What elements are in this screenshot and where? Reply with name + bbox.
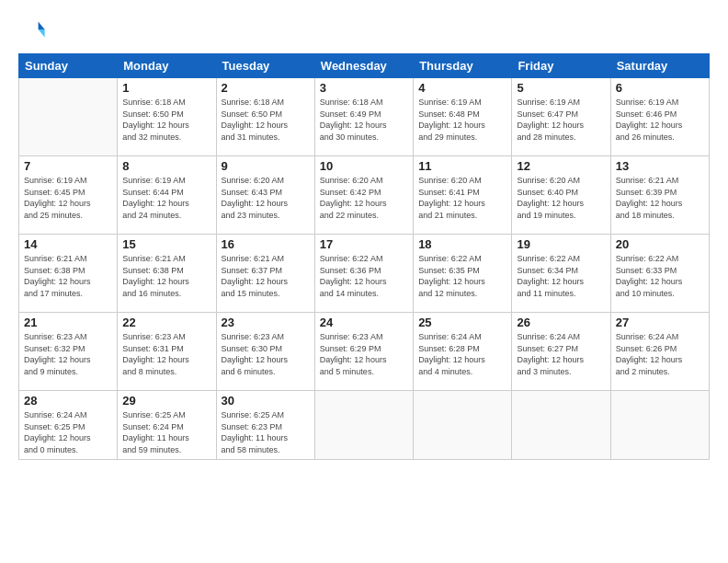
day-info: Sunrise: 6:18 AM Sunset: 6:50 PM Dayligh…: [222, 97, 310, 143]
calendar-cell: 12Sunrise: 6:20 AM Sunset: 6:40 PM Dayli…: [512, 156, 610, 235]
calendar-cell: 15Sunrise: 6:21 AM Sunset: 6:38 PM Dayli…: [118, 235, 216, 313]
calendar-cell: 14Sunrise: 6:21 AM Sunset: 6:38 PM Dayli…: [19, 235, 118, 313]
calendar-cell: [610, 391, 709, 460]
day-info: Sunrise: 6:20 AM Sunset: 6:40 PM Dayligh…: [517, 175, 605, 221]
day-number: 29: [122, 394, 210, 408]
calendar-cell: 18Sunrise: 6:22 AM Sunset: 6:35 PM Dayli…: [414, 235, 512, 313]
calendar-cell: 26Sunrise: 6:24 AM Sunset: 6:27 PM Dayli…: [512, 313, 610, 391]
calendar-cell: 30Sunrise: 6:25 AM Sunset: 6:23 PM Dayli…: [216, 391, 314, 460]
calendar-cell: 8Sunrise: 6:19 AM Sunset: 6:44 PM Daylig…: [118, 156, 216, 235]
day-info: Sunrise: 6:24 AM Sunset: 6:27 PM Dayligh…: [517, 331, 605, 377]
day-number: 12: [517, 159, 605, 173]
day-number: 23: [222, 316, 310, 329]
day-number: 18: [418, 237, 506, 251]
day-info: Sunrise: 6:20 AM Sunset: 6:41 PM Dayligh…: [418, 175, 506, 221]
calendar-cell: 27Sunrise: 6:24 AM Sunset: 6:26 PM Dayli…: [610, 313, 709, 391]
day-info: Sunrise: 6:22 AM Sunset: 6:33 PM Dayligh…: [616, 253, 704, 299]
calendar-cell: 19Sunrise: 6:22 AM Sunset: 6:34 PM Dayli…: [512, 235, 610, 313]
svg-marker-1: [39, 29, 45, 37]
day-number: 5: [517, 81, 605, 95]
weekday-header-thursday: Thursday: [414, 54, 512, 78]
calendar-cell: 20Sunrise: 6:22 AM Sunset: 6:33 PM Dayli…: [610, 235, 709, 313]
calendar-cell: 3Sunrise: 6:18 AM Sunset: 6:49 PM Daylig…: [314, 78, 413, 156]
day-info: Sunrise: 6:23 AM Sunset: 6:32 PM Dayligh…: [24, 331, 112, 377]
day-info: Sunrise: 6:23 AM Sunset: 6:30 PM Dayligh…: [222, 331, 310, 377]
day-number: 11: [418, 159, 506, 173]
day-info: Sunrise: 6:22 AM Sunset: 6:34 PM Dayligh…: [517, 253, 605, 299]
day-info: Sunrise: 6:21 AM Sunset: 6:38 PM Dayligh…: [24, 253, 112, 299]
day-number: 7: [24, 159, 112, 173]
day-number: 14: [24, 237, 112, 251]
day-number: 28: [24, 394, 112, 408]
calendar-cell: [19, 78, 118, 156]
calendar-cell: 16Sunrise: 6:21 AM Sunset: 6:37 PM Dayli…: [216, 235, 314, 313]
calendar-cell: 4Sunrise: 6:19 AM Sunset: 6:48 PM Daylig…: [414, 78, 512, 156]
day-info: Sunrise: 6:23 AM Sunset: 6:29 PM Dayligh…: [320, 331, 408, 377]
day-number: 30: [222, 394, 310, 408]
weekday-header-monday: Monday: [118, 54, 216, 78]
day-number: 1: [122, 81, 210, 95]
day-info: Sunrise: 6:19 AM Sunset: 6:47 PM Dayligh…: [517, 97, 605, 143]
calendar-cell: [314, 391, 413, 460]
day-info: Sunrise: 6:24 AM Sunset: 6:25 PM Dayligh…: [24, 409, 112, 455]
calendar-cell: 9Sunrise: 6:20 AM Sunset: 6:43 PM Daylig…: [216, 156, 314, 235]
day-number: 26: [517, 316, 605, 329]
calendar-cell: 6Sunrise: 6:19 AM Sunset: 6:46 PM Daylig…: [610, 78, 709, 156]
day-number: 17: [320, 237, 408, 251]
calendar-cell: 7Sunrise: 6:19 AM Sunset: 6:45 PM Daylig…: [19, 156, 118, 235]
day-info: Sunrise: 6:20 AM Sunset: 6:42 PM Dayligh…: [320, 175, 408, 221]
weekday-header-saturday: Saturday: [610, 54, 709, 78]
day-info: Sunrise: 6:25 AM Sunset: 6:24 PM Dayligh…: [122, 409, 210, 455]
day-info: Sunrise: 6:21 AM Sunset: 6:39 PM Dayligh…: [616, 175, 704, 221]
day-number: 20: [616, 237, 704, 251]
calendar-cell: 10Sunrise: 6:20 AM Sunset: 6:42 PM Dayli…: [314, 156, 413, 235]
day-number: 6: [616, 81, 704, 95]
day-number: 4: [418, 81, 506, 95]
day-number: 8: [122, 159, 210, 173]
day-number: 24: [320, 316, 408, 329]
day-number: 27: [616, 316, 704, 329]
day-info: Sunrise: 6:19 AM Sunset: 6:46 PM Dayligh…: [616, 97, 704, 143]
calendar-cell: 17Sunrise: 6:22 AM Sunset: 6:36 PM Dayli…: [314, 235, 413, 313]
day-info: Sunrise: 6:18 AM Sunset: 6:50 PM Dayligh…: [122, 97, 210, 143]
day-number: 16: [222, 237, 310, 251]
weekday-header-tuesday: Tuesday: [216, 54, 314, 78]
day-info: Sunrise: 6:19 AM Sunset: 6:44 PM Dayligh…: [122, 175, 210, 221]
day-number: 15: [122, 237, 210, 251]
logo-icon: [20, 17, 46, 42]
day-info: Sunrise: 6:18 AM Sunset: 6:49 PM Dayligh…: [320, 97, 408, 143]
day-info: Sunrise: 6:22 AM Sunset: 6:36 PM Dayligh…: [320, 253, 408, 299]
header: [18, 17, 710, 46]
calendar-cell: 11Sunrise: 6:20 AM Sunset: 6:41 PM Dayli…: [414, 156, 512, 235]
day-info: Sunrise: 6:24 AM Sunset: 6:26 PM Dayligh…: [616, 331, 704, 377]
day-number: 13: [616, 159, 704, 173]
calendar-cell: 21Sunrise: 6:23 AM Sunset: 6:32 PM Dayli…: [19, 313, 118, 391]
calendar-cell: [414, 391, 512, 460]
day-info: Sunrise: 6:23 AM Sunset: 6:31 PM Dayligh…: [122, 331, 210, 377]
calendar-cell: 24Sunrise: 6:23 AM Sunset: 6:29 PM Dayli…: [314, 313, 413, 391]
calendar-cell: 29Sunrise: 6:25 AM Sunset: 6:24 PM Dayli…: [118, 391, 216, 460]
day-number: 19: [517, 237, 605, 251]
calendar-cell: 22Sunrise: 6:23 AM Sunset: 6:31 PM Dayli…: [118, 313, 216, 391]
svg-marker-0: [39, 22, 45, 29]
day-number: 9: [222, 159, 310, 173]
calendar-cell: 13Sunrise: 6:21 AM Sunset: 6:39 PM Dayli…: [610, 156, 709, 235]
day-info: Sunrise: 6:25 AM Sunset: 6:23 PM Dayligh…: [222, 409, 310, 455]
day-info: Sunrise: 6:21 AM Sunset: 6:37 PM Dayligh…: [222, 253, 310, 299]
day-number: 22: [122, 316, 210, 329]
weekday-header-row: SundayMondayTuesdayWednesdayThursdayFrid…: [19, 54, 710, 78]
weekday-header-sunday: Sunday: [19, 54, 118, 78]
day-number: 2: [222, 81, 310, 95]
day-info: Sunrise: 6:19 AM Sunset: 6:45 PM Dayligh…: [24, 175, 112, 221]
logo: [18, 17, 46, 46]
day-number: 3: [320, 81, 408, 95]
weekday-header-wednesday: Wednesday: [314, 54, 413, 78]
calendar-cell: 28Sunrise: 6:24 AM Sunset: 6:25 PM Dayli…: [19, 391, 118, 460]
day-info: Sunrise: 6:24 AM Sunset: 6:28 PM Dayligh…: [418, 331, 506, 377]
calendar-cell: 1Sunrise: 6:18 AM Sunset: 6:50 PM Daylig…: [118, 78, 216, 156]
weekday-header-friday: Friday: [512, 54, 610, 78]
calendar-table: SundayMondayTuesdayWednesdayThursdayFrid…: [18, 53, 710, 460]
calendar-cell: [512, 391, 610, 460]
day-info: Sunrise: 6:20 AM Sunset: 6:43 PM Dayligh…: [222, 175, 310, 221]
calendar-cell: 25Sunrise: 6:24 AM Sunset: 6:28 PM Dayli…: [414, 313, 512, 391]
